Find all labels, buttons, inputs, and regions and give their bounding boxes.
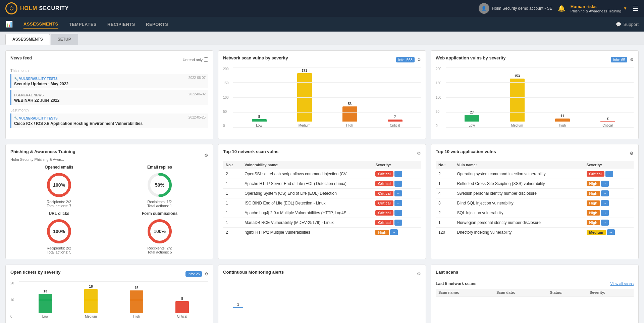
table-row[interactable]: 120 Directory indexing vulnerability Med… — [436, 228, 634, 235]
phishing-gear-icon[interactable]: ⚙ — [204, 153, 208, 158]
webapp-gear-icon[interactable]: ⚙ — [630, 57, 634, 62]
table-row[interactable]: 3 Blind SQL Injection vulnerability High… — [436, 198, 634, 208]
support-icon: 💬 — [616, 22, 621, 27]
vuln-arrow-button[interactable]: → — [394, 190, 402, 196]
table-row[interactable]: 1 MariaDB RCE Vulnerability (MDEV-25179)… — [223, 218, 421, 228]
bar-medium: 171 Medium — [297, 69, 312, 127]
top10-web-table-wrap[interactable]: No.: Vuln name: Severity: 2 Operating sy… — [436, 161, 634, 235]
severity-badge: Critical — [375, 181, 393, 186]
vuln-arrow-button[interactable]: → — [394, 181, 402, 187]
vuln-no: 3 — [436, 198, 454, 208]
vuln-arrow-button[interactable]: → — [607, 229, 615, 235]
y-label: 100 — [436, 96, 445, 99]
vuln-severity: Critical → — [373, 198, 421, 208]
logo-text: HOLM SECURITY — [20, 5, 69, 11]
bar-value: 11 — [560, 114, 564, 118]
webapp-controls: Info: 65 ⚙ — [611, 57, 634, 62]
table-row[interactable]: 1 Norwegian personal identity number dis… — [436, 218, 634, 228]
network-gear-icon[interactable]: ⚙ — [417, 57, 421, 62]
vuln-arrow-button[interactable]: → — [605, 171, 613, 177]
vuln-arrow-button[interactable]: → — [394, 210, 402, 216]
news-item[interactable]: 🔧 VULNERABILITY TESTS 2022-05-25 Cisco I… — [10, 113, 208, 128]
circle-percent: 100% — [154, 229, 166, 234]
severity-badge: Medium — [587, 230, 606, 235]
webapp-vulns-title: Web application vulns by severity — [436, 55, 506, 60]
col-scan-status: Status: — [547, 289, 587, 296]
table-row[interactable]: 1 Operating System (OS) End of Life (EOL… — [223, 189, 421, 198]
vuln-arrow-button[interactable]: → — [601, 210, 609, 216]
vuln-arrow-button[interactable]: → — [394, 171, 402, 177]
view-all-scans-link[interactable]: View all scans — [610, 282, 634, 286]
vuln-arrow-button[interactable]: → — [601, 190, 609, 196]
monitoring-card: Continuous Monitoring alerts ⚙ 1 — [218, 265, 426, 323]
tab-setup[interactable]: SETUP — [51, 34, 78, 45]
vuln-arrow-button[interactable]: → — [601, 200, 609, 206]
news-item[interactable]: ℹ GENERAL NEWS 2022-06-02 WEBINAR 22 Jun… — [10, 90, 208, 105]
table-row[interactable]: 1 Reflected Cross-Site Scripting (XSS) v… — [436, 179, 634, 189]
y-label: 0 — [223, 124, 232, 128]
logo-icon: ⬡ — [5, 2, 17, 14]
circle-percent: 100% — [53, 182, 65, 188]
severity-badge: High — [587, 181, 600, 186]
table-row[interactable]: 2 Operating system command injection vul… — [436, 169, 634, 179]
table-row[interactable]: 2 nginx HTTP/2 Multiple Vulnerabilities … — [223, 228, 421, 235]
hamburger-icon[interactable]: ☰ — [633, 4, 639, 12]
table-row[interactable]: 1 Apache HTTP Server End of Life (EOL) D… — [223, 179, 421, 189]
webapp-vulns-card: Web application vulns by severity Info: … — [431, 50, 639, 139]
nav-reports[interactable]: REPORTS — [146, 20, 168, 28]
unread-only-toggle[interactable]: Unread only — [183, 57, 208, 62]
vuln-name: MariaDB RCE Vulnerability (MDEV-25179) -… — [242, 218, 373, 228]
vuln-severity: Critical → — [584, 169, 634, 179]
y-label: 0 — [10, 315, 18, 318]
dashboard-icon[interactable]: 📊 — [5, 20, 13, 28]
news-feed-header: News feed Unread only — [10, 55, 208, 64]
vuln-name: Directory indexing vulnerability — [454, 228, 584, 235]
col-no: No.: — [223, 161, 242, 169]
metric-label: Opened emails — [45, 165, 73, 170]
nav-assessments[interactable]: ASSESSMENTS — [23, 20, 58, 29]
vuln-name: Apache HTTP Server End of Life (EOL) Det… — [242, 179, 373, 189]
vuln-no: 120 — [436, 228, 454, 235]
vuln-severity: Critical → — [373, 179, 421, 189]
vuln-severity: Critical → — [373, 169, 421, 179]
severity-badge: High — [375, 230, 389, 235]
vuln-arrow-button[interactable]: → — [601, 220, 609, 226]
support-button[interactable]: 💬 Support — [616, 22, 639, 27]
monitoring-gear-icon[interactable]: ⚙ — [417, 271, 421, 276]
bar-x-label: Low — [469, 124, 475, 127]
news-item[interactable]: 🔧 VULNERABILITY TESTS 2022-06-07 Securit… — [10, 74, 208, 88]
vuln-arrow-button[interactable]: → — [394, 220, 402, 226]
vuln-no: 2 — [223, 228, 242, 235]
webapp-vulns-header: Web application vulns by severity Info: … — [436, 55, 634, 64]
bell-wrapper[interactable]: 🔔 — [558, 5, 565, 12]
tickets-gear-icon[interactable]: ⚙ — [205, 272, 208, 276]
tab-assessments[interactable]: ASSESSMENTS — [5, 34, 50, 45]
unread-checkbox[interactable] — [204, 57, 208, 62]
bar-value: 16 — [89, 285, 93, 288]
table-row[interactable]: 1 Apache Log4j 2.0.x Multiple Vulnerabil… — [223, 208, 421, 218]
vuln-arrow-button[interactable]: → — [601, 181, 609, 187]
table-row[interactable]: 2 SQL Injection vulnerability High → — [436, 208, 634, 218]
bell-icon[interactable]: 🔔 — [558, 5, 565, 12]
table-row[interactable]: 4 Swedish personal identity number discl… — [436, 189, 634, 198]
top10-network-gear[interactable]: ⚙ — [417, 151, 421, 156]
col-scan-name: Scan name: — [436, 289, 494, 296]
scan-table: Scan name: Scan date: Status: Severity: — [436, 289, 634, 296]
bar-rect — [130, 290, 143, 313]
table-row[interactable]: 1 ISC BIND End of Life (EOL) Detection -… — [223, 198, 421, 208]
vuln-arrow-button[interactable]: → — [390, 229, 398, 235]
table-row[interactable]: 2 OpenSSL: c_rehash script allows comman… — [223, 169, 421, 179]
metric-label: Email replies — [147, 165, 172, 170]
nav-recipients[interactable]: RECIPIENTS — [107, 20, 135, 28]
news-title: Cisco IOx / IOS XE Application Hosting E… — [14, 121, 206, 126]
top10-network-table-wrap[interactable]: No.: Vulnerability name: Severity: 2 Ope… — [223, 161, 421, 235]
human-risks-dropdown[interactable]: Human risks Phishing & Awareness Trainin… — [571, 4, 627, 13]
vuln-arrow-button[interactable]: → — [394, 200, 402, 206]
top10-web-gear[interactable]: ⚙ — [630, 151, 634, 156]
bar-rect — [233, 307, 243, 308]
last-scans-card: Last scans Last 5 network scans View all… — [431, 265, 639, 323]
nav-templates[interactable]: TEMPLATES — [69, 20, 97, 28]
top10-web-title: Top 10 web application vulns — [436, 149, 496, 154]
user-account-label: Holm Security demo account - SE — [492, 6, 552, 11]
severity-badge: High — [587, 200, 600, 206]
